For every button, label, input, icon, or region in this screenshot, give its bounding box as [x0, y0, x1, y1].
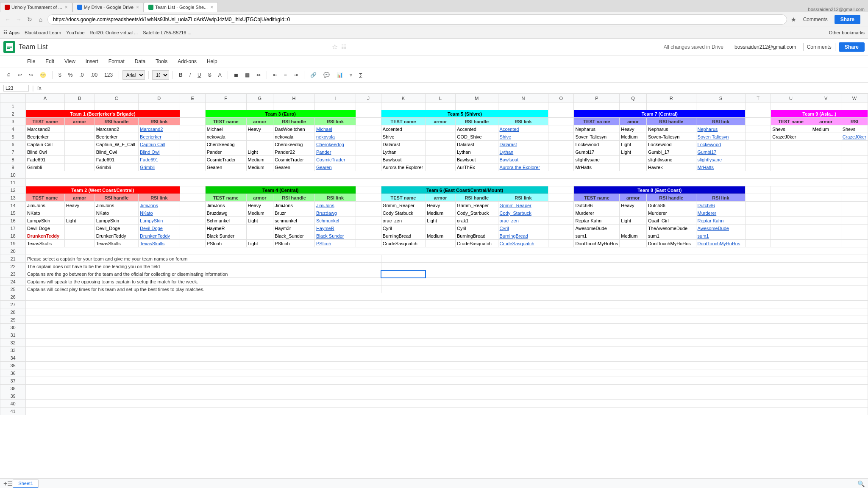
cell-row30[interactable]	[26, 324, 868, 331]
t6-r6-link[interactable]: CrudeSasquatch	[498, 240, 548, 247]
tab1-close[interactable]: ×	[65, 4, 68, 10]
t1-r2-armor[interactable]	[64, 133, 95, 141]
cell-row37[interactable]	[26, 377, 868, 385]
cell-o7[interactable]	[548, 148, 574, 156]
t2-r3-name[interactable]: LumpySkin	[26, 217, 65, 225]
t1-r3-name[interactable]: Captain Call	[26, 141, 65, 148]
cell-row10[interactable]	[26, 171, 868, 179]
team6-header[interactable]: Team 6 (East Coast/Central/Mount)	[381, 186, 548, 194]
col-j-header[interactable]: J	[356, 94, 381, 103]
t9-r2-name[interactable]: CrazeJ0ker	[771, 133, 811, 141]
t4-r3-armor[interactable]: Light	[246, 217, 273, 225]
t4-col-link[interactable]: RSI link	[314, 194, 356, 202]
cell-v7[interactable]	[811, 148, 841, 156]
t4-r1-armor[interactable]: Heavy	[246, 202, 273, 209]
cell-v1[interactable]	[811, 103, 841, 110]
t6-r2-rsi[interactable]: Cody_Starbuck	[456, 209, 498, 217]
t4-col-rsi[interactable]: RSI handle	[273, 194, 315, 202]
cell-o5[interactable]	[548, 133, 574, 141]
t5-r3-link[interactable]: Dalarast	[498, 141, 548, 148]
menu-edit[interactable]: Edit	[44, 58, 56, 65]
formula-input[interactable]	[45, 85, 865, 91]
undo-button[interactable]: ↩	[15, 71, 25, 79]
tab-3[interactable]: Team List - Google She... ×	[144, 2, 218, 12]
t4-r5-rsi[interactable]: Black_Sunder	[273, 232, 315, 240]
other-bookmarks[interactable]: Other bookmarks	[829, 30, 865, 35]
t1-r5-name[interactable]: Fade691	[26, 156, 65, 164]
col-h-header[interactable]: H	[273, 94, 315, 103]
cell-w1[interactable]	[841, 103, 868, 110]
t8-r6-rsi[interactable]: DontTouchMyHoHos	[646, 240, 696, 247]
cell-o15[interactable]	[548, 209, 574, 217]
t2-col-armor[interactable]: armor	[64, 194, 95, 202]
t7-r2-rsi[interactable]: Soven-Taliesyn	[646, 133, 696, 141]
cell-t1[interactable]	[746, 103, 771, 110]
cell-v9[interactable]	[811, 164, 841, 171]
cell-row34[interactable]	[26, 354, 868, 362]
cell-j15[interactable]	[356, 209, 381, 217]
t7-r1-armor[interactable]: Heavy	[620, 125, 647, 133]
cell-row21-rest[interactable]	[381, 255, 868, 263]
cell-e2[interactable]	[180, 110, 205, 118]
t5-r1-name[interactable]: Accented	[381, 125, 425, 133]
t1-r3-link[interactable]: Captain Call	[139, 141, 180, 148]
cell-u14[interactable]	[771, 202, 811, 209]
cell-v15[interactable]	[811, 209, 841, 217]
cell-o1[interactable]	[548, 103, 574, 110]
cell-t15[interactable]	[746, 209, 771, 217]
t4-col-name[interactable]: TEST name	[205, 194, 246, 202]
insert-comment-button[interactable]: 💬	[321, 71, 332, 79]
home-button[interactable]: ⌂	[36, 15, 45, 24]
cell-j8[interactable]	[356, 156, 381, 164]
fill-color-button[interactable]: ◼	[231, 71, 241, 79]
cell-row11[interactable]	[26, 179, 868, 186]
cell-t16[interactable]	[746, 217, 771, 225]
t1-r1-name[interactable]: Marcsand2	[26, 125, 65, 133]
redo-button[interactable]: ↪	[26, 71, 36, 79]
t6-r1-armor[interactable]: Heavy	[426, 202, 456, 209]
t2-r1-link[interactable]: JimiJons	[139, 202, 180, 209]
t3-r2-link[interactable]: nekovala	[314, 133, 356, 141]
link-button[interactable]: 🔗	[308, 71, 319, 79]
t4-r3-rsi[interactable]: schmunkel	[273, 217, 315, 225]
t6-r1-rsi[interactable]: Grimm_Reaper	[456, 202, 498, 209]
cell-o18[interactable]	[548, 232, 574, 240]
t7-r5-name[interactable]: slightlysane	[574, 156, 620, 164]
col-l-header[interactable]: L	[426, 94, 456, 103]
t2-col-rsi[interactable]: RSI handle	[95, 194, 138, 202]
team7-header[interactable]: Team 7 (Central)	[574, 110, 746, 118]
underline-button[interactable]: U	[195, 71, 204, 79]
italic-button[interactable]: I	[187, 71, 193, 79]
grid-icon[interactable]: ☷	[341, 44, 347, 50]
t7-r4-link[interactable]: Gumbi17	[696, 148, 746, 156]
t7-col-name[interactable]: TEST na me	[574, 118, 620, 125]
align-center-button[interactable]: ≡	[281, 71, 289, 79]
cell-c1[interactable]	[95, 103, 138, 110]
comments-button-header[interactable]: Comments	[803, 43, 835, 51]
cell-t3[interactable]	[746, 118, 771, 125]
cell-j13[interactable]	[356, 194, 381, 202]
cell-j19[interactable]	[356, 240, 381, 247]
cell-row35[interactable]	[26, 362, 868, 369]
cell-row23-rest[interactable]	[426, 270, 868, 278]
t4-r5-armor[interactable]	[246, 232, 273, 240]
t2-r5-rsi[interactable]: DrunkenTeddy	[95, 232, 138, 240]
cell-r1[interactable]	[646, 103, 696, 110]
cell-t17[interactable]	[746, 225, 771, 232]
t1-r5-rsi[interactable]: Fade691	[95, 156, 138, 164]
t7-r6-name[interactable]: MrHatts	[574, 164, 620, 171]
cell-t19[interactable]	[746, 240, 771, 247]
t5-r4-armor[interactable]	[426, 148, 456, 156]
t7-r1-rsi[interactable]: Nepharus	[646, 125, 696, 133]
cell-row22-rest[interactable]	[381, 263, 868, 270]
t1-col-link[interactable]: RSI link	[139, 118, 180, 125]
cell-e17[interactable]	[180, 225, 205, 232]
cell-o3[interactable]	[548, 118, 574, 125]
t8-col-rsi[interactable]: RSI handle	[646, 194, 696, 202]
col-d-header[interactable]: D	[139, 94, 180, 103]
t1-col-rsi[interactable]: RSI handle	[95, 118, 138, 125]
t6-r6-armor[interactable]	[426, 240, 456, 247]
t6-r5-rsi[interactable]: BurningBread	[456, 232, 498, 240]
note-1[interactable]: Please select a captain for your team an…	[26, 255, 381, 263]
cell-o12[interactable]	[548, 186, 574, 194]
